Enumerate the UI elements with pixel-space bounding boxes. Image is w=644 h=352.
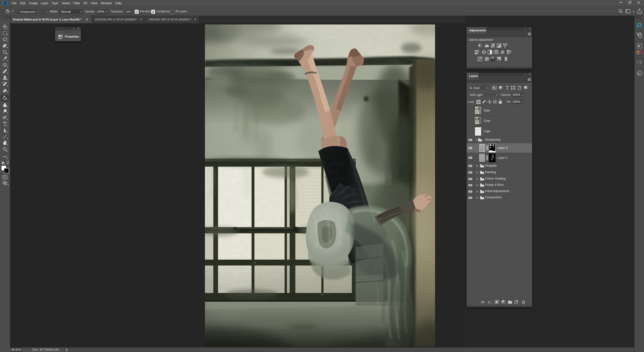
svg-text:ps: ps [638,71,640,75]
svg-text:S: S [638,44,640,48]
svg-text:fx: fx [488,300,491,304]
